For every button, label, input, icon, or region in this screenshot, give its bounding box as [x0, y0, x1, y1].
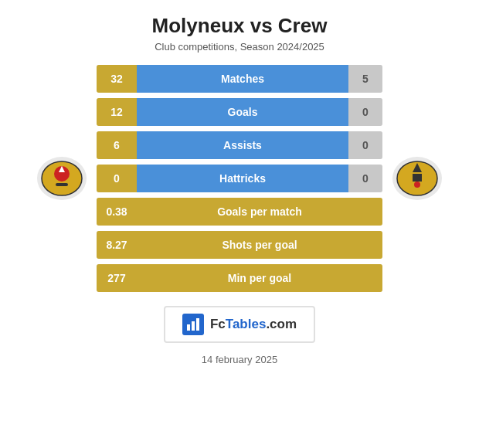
- stat-label: Goals: [228, 106, 258, 118]
- stat-label: Assists: [223, 139, 262, 151]
- stat-left-value: 0: [97, 165, 137, 192]
- svg-rect-10: [413, 174, 422, 182]
- stat-row: 0Hattricks0: [97, 165, 382, 192]
- stat-bar: Min per goal: [137, 264, 382, 292]
- stat-row: 32Matches5: [97, 65, 382, 93]
- main-content: 32Matches512Goals06Assists00Hattricks00.…: [0, 57, 479, 292]
- stat-bar: Assists: [137, 131, 348, 159]
- team-logo-right: [382, 151, 452, 206]
- stat-row: 277Min per goal: [97, 264, 382, 292]
- svg-rect-5: [56, 183, 68, 186]
- date-footer: 14 february 2025: [202, 354, 277, 365]
- stat-left-value: 8.27: [97, 231, 137, 259]
- page-title: Molyneux vs Crew: [152, 14, 328, 38]
- svg-rect-13: [187, 324, 190, 331]
- team-logo-left: [27, 151, 97, 206]
- svg-rect-14: [192, 321, 195, 331]
- stat-bar: Goals: [137, 98, 348, 126]
- stat-label: Matches: [221, 73, 264, 85]
- stat-left-value: 6: [97, 131, 137, 159]
- stat-label: Min per goal: [228, 272, 291, 284]
- svg-point-11: [414, 182, 420, 188]
- page-subtitle: Club competitions, Season 2024/2025: [152, 41, 328, 53]
- stat-right-value: 5: [348, 65, 382, 93]
- stat-label: Goals per match: [217, 205, 302, 218]
- stat-row: 8.27Shots per goal: [97, 231, 382, 259]
- stat-label: Shots per goal: [222, 239, 297, 251]
- stat-label: Hattricks: [219, 172, 266, 185]
- stat-left-value: 0.38: [97, 198, 137, 226]
- header: Molyneux vs Crew Club competitions, Seas…: [144, 0, 335, 57]
- stat-right-value: 0: [348, 165, 382, 192]
- fctables-label: FcTables.com: [210, 317, 297, 332]
- stat-bar: Hattricks: [137, 165, 348, 192]
- stat-right-value: 0: [348, 98, 382, 126]
- stat-bar: Matches: [137, 65, 348, 93]
- stat-row: 12Goals0: [97, 98, 382, 126]
- stat-bar: Goals per match: [137, 198, 382, 226]
- stat-bar: Shots per goal: [137, 231, 382, 259]
- fctables-banner: FcTables.com: [164, 306, 315, 343]
- stats-section: 32Matches512Goals06Assists00Hattricks00.…: [97, 65, 382, 292]
- stat-left-value: 277: [97, 264, 137, 292]
- fctables-icon: [182, 314, 204, 335]
- stat-right-value: 0: [348, 131, 382, 159]
- stat-row: 0.38Goals per match: [97, 198, 382, 226]
- stat-left-value: 32: [97, 65, 137, 93]
- stat-left-value: 12: [97, 98, 137, 126]
- svg-rect-15: [196, 318, 199, 331]
- stat-row: 6Assists0: [97, 131, 382, 159]
